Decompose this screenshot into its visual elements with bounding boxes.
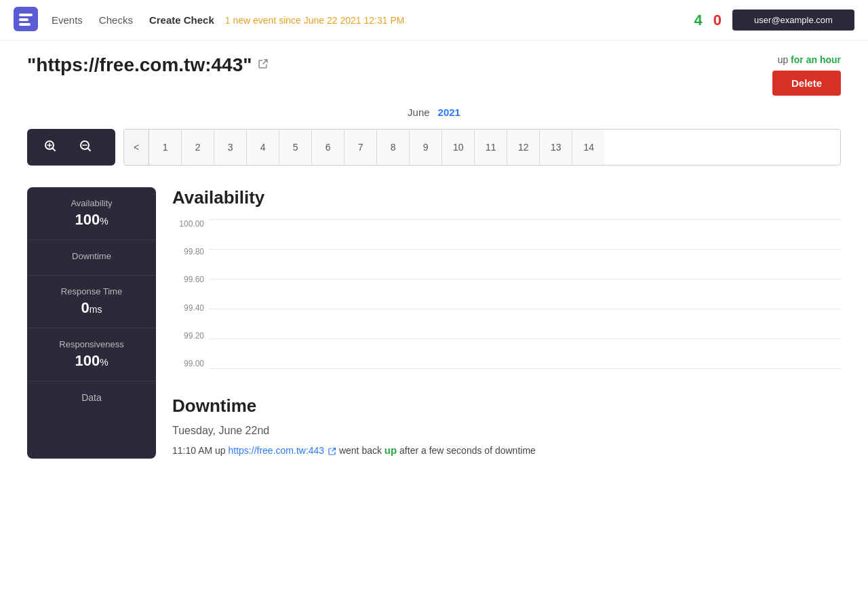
downtime-title: Downtime: [172, 396, 841, 417]
calendar-day-7[interactable]: 7: [344, 130, 377, 165]
green-badge: 4: [694, 12, 703, 29]
user-menu-button[interactable]: user@example.com: [732, 9, 854, 31]
y-label-1: 99.80: [184, 247, 204, 256]
header-right: 4 0 user@example.com: [694, 9, 855, 31]
availability-label: Availability: [41, 198, 142, 208]
downtime-label: Downtime: [41, 251, 142, 261]
delete-button[interactable]: Delete: [772, 71, 841, 96]
grid-line-0: [210, 219, 841, 220]
downtime-date: Tuesday, June 22nd: [172, 425, 841, 437]
stats-charts-row: Availability 100% Downtime Response Time…: [27, 187, 841, 459]
responsiveness-value: 100%: [41, 352, 142, 370]
red-badge: 0: [713, 12, 722, 29]
notification-banner: 1 new event since June 22 2021 12:31 PM: [225, 15, 405, 26]
chart-y-axis: 100.00 99.80 99.60 99.40 99.20 99.00: [172, 219, 210, 368]
calendar-day-9[interactable]: 9: [410, 130, 442, 165]
y-label-4: 99.20: [184, 331, 204, 341]
calendar-day-13[interactable]: 13: [540, 130, 572, 165]
top-right: up for an hour Delete: [772, 54, 841, 96]
charts-area: Availability 100.00 99.80 99.60 99.40 99…: [172, 187, 841, 459]
responsiveness-label: Responsiveness: [41, 339, 142, 349]
toolbar-calendar-row: < 1 2 3 4 5 6 7 8 9 10 11 12 13 14: [27, 129, 841, 166]
stats-sidebar: Availability 100% Downtime Response Time…: [27, 187, 156, 459]
calendar-day-4[interactable]: 4: [247, 130, 279, 165]
nav-create-check[interactable]: Create Check: [149, 14, 214, 26]
availability-chart-title: Availability: [172, 187, 841, 208]
up-status: up for an hour: [778, 54, 841, 65]
svg-rect-1: [19, 14, 33, 16]
response-time-label: Response Time: [41, 286, 142, 296]
downtime-event: 11:10 AM up https://free.com.tw:443 went…: [172, 442, 841, 459]
calendar-day-10[interactable]: 10: [442, 130, 475, 165]
response-time-stat: Response Time 0ms: [27, 275, 156, 328]
grid-line-4: [210, 339, 841, 339]
grid-line-2: [210, 279, 841, 280]
zoom-out-button[interactable]: [76, 136, 95, 159]
calendar-day-1[interactable]: 1: [149, 130, 182, 165]
page-content: "https://free.com.tw:443" up for an hour…: [0, 41, 868, 472]
downtime-section: Downtime Tuesday, June 22nd 11:10 AM up …: [172, 396, 841, 459]
header: Events Checks Create Check 1 new event s…: [0, 0, 868, 41]
availability-chart-container: 100.00 99.80 99.60 99.40 99.20 99.00: [172, 219, 841, 368]
y-label-5: 99.00: [184, 359, 204, 368]
calendar-nav: < 1 2 3 4 5 6 7 8 9 10 11 12 13 14: [123, 129, 841, 166]
nav-events[interactable]: Events: [52, 14, 83, 26]
availability-stat: Availability 100%: [27, 187, 156, 240]
logo: [14, 7, 38, 34]
zoom-toolbar: [27, 129, 115, 166]
top-row: "https://free.com.tw:443" up for an hour…: [27, 54, 841, 96]
calendar-prev-button[interactable]: <: [124, 130, 149, 165]
up-badge: up: [384, 444, 397, 456]
calendar-day-5[interactable]: 5: [279, 130, 312, 165]
calendar-day-3[interactable]: 3: [214, 130, 247, 165]
calendar-day-6[interactable]: 6: [312, 130, 344, 165]
calendar-day-12[interactable]: 12: [507, 130, 540, 165]
svg-rect-2: [19, 18, 28, 21]
date-year[interactable]: 2021: [438, 107, 460, 118]
zoom-in-button[interactable]: [41, 136, 60, 159]
responsiveness-stat: Responsiveness 100%: [27, 328, 156, 381]
availability-chart-section: Availability 100.00 99.80 99.60 99.40 99…: [172, 187, 841, 368]
calendar-day-2[interactable]: 2: [182, 130, 214, 165]
date-month: June: [408, 107, 430, 118]
grid-line-5: [210, 368, 841, 369]
calendar-day-8[interactable]: 8: [377, 130, 410, 165]
chart-plot-area: [210, 219, 841, 368]
calendar-day-14[interactable]: 14: [572, 130, 605, 165]
data-link[interactable]: Data: [27, 381, 156, 414]
grid-line-3: [210, 309, 841, 309]
downtime-event-link[interactable]: https://free.com.tw:443: [229, 445, 339, 456]
availability-value: 100%: [41, 211, 142, 229]
response-time-value: 0ms: [41, 299, 142, 317]
main-nav: Events Checks Create Check: [52, 14, 214, 26]
calendar-day-11[interactable]: 11: [475, 130, 507, 165]
svg-rect-3: [19, 23, 31, 26]
y-label-3: 99.40: [184, 303, 204, 313]
downtime-stat: Downtime: [27, 240, 156, 275]
y-label-0: 100.00: [179, 219, 204, 229]
external-link-icon[interactable]: [258, 58, 269, 72]
grid-line-1: [210, 249, 841, 250]
check-title: "https://free.com.tw:443": [27, 54, 269, 76]
date-row: June 2021: [27, 107, 841, 118]
y-label-2: 99.60: [184, 275, 204, 284]
nav-checks[interactable]: Checks: [99, 14, 133, 26]
